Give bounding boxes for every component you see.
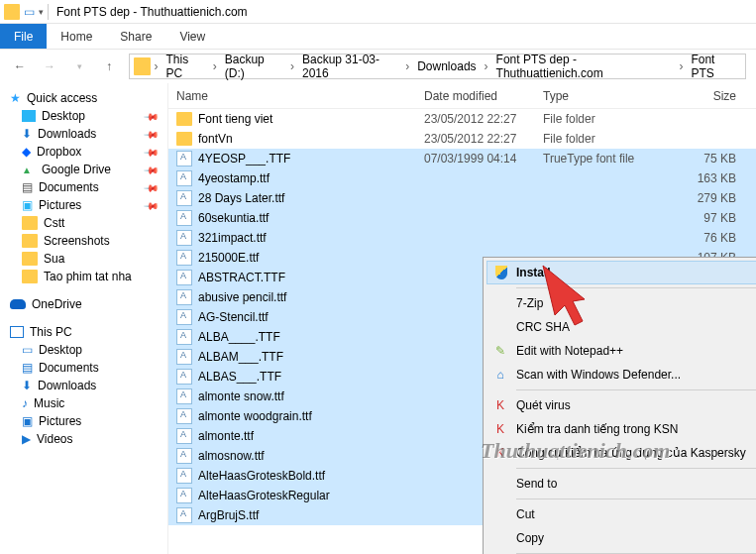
chevron-right-icon[interactable]: › <box>405 59 409 73</box>
ctx-cut-label: Cut <box>516 507 535 521</box>
bc-seg[interactable]: Font PTS dep - Thuthuattienich.com <box>492 53 676 80</box>
file-row[interactable]: 28 Days Later.ttf279 KB <box>168 188 756 208</box>
tab-share[interactable]: Share <box>106 24 165 49</box>
col-size[interactable]: Size <box>657 89 756 103</box>
file-row[interactable]: 60sekuntia.ttf97 KB <box>168 208 756 228</box>
chevron-right-icon[interactable]: › <box>679 59 683 73</box>
ctx-7zip[interactable]: 7-Zip 〉 <box>486 291 756 315</box>
font-file-icon <box>176 369 192 385</box>
sidebar-item-label: Screenshots <box>44 234 110 248</box>
recent-dropdown[interactable]: ▾ <box>69 56 89 76</box>
kaspersky-icon: K <box>492 421 508 437</box>
sidebar-item-label: Google Drive <box>42 163 111 176</box>
ctx-notepadpp[interactable]: ✎ Edit with Notepad++ <box>486 339 756 363</box>
sidebar-item[interactable]: ♪Music <box>4 394 163 412</box>
up-button[interactable]: ↑ <box>99 56 119 76</box>
sidebar-item[interactable]: Tao phim tat nha <box>4 268 163 285</box>
ctx-install[interactable]: Install <box>486 261 756 284</box>
sidebar-quick-access[interactable]: ★ Quick access <box>4 89 163 107</box>
sidebar-item-label: Downloads <box>38 127 96 141</box>
file-name: ALBAS___.TTF <box>198 370 281 384</box>
pc-icon <box>10 326 24 338</box>
pictures-icon: ▣ <box>22 198 33 212</box>
file-pane: Name Date modified Type Size Font tieng … <box>168 83 756 554</box>
chevron-right-icon[interactable]: › <box>290 59 294 73</box>
file-name: fontVn <box>198 132 233 146</box>
sidebar-item[interactable]: Desktop📌 <box>4 107 163 125</box>
pin-icon: 📌 <box>144 162 160 177</box>
breadcrumb[interactable]: › This PC › Backup (D:) › Backup 31-03-2… <box>129 54 746 79</box>
bc-seg[interactable]: Font PTS <box>687 53 741 80</box>
file-type: TrueType font file <box>543 152 657 166</box>
sidebar-item[interactable]: Google Drive📌 <box>4 161 163 178</box>
file-row[interactable]: 321impact.ttf76 KB <box>168 228 756 248</box>
folder-icon <box>22 216 38 230</box>
forward-button[interactable]: → <box>40 56 59 76</box>
qat-dropdown-icon[interactable]: ▾ <box>39 7 44 17</box>
file-size: 163 KB <box>657 171 756 185</box>
file-name: AlteHaasGroteskRegular <box>198 489 330 502</box>
window-title: Font PTS dep - Thuthuattienich.com <box>56 5 248 19</box>
sidebar-item[interactable]: ◆Dropbox📌 <box>4 143 163 161</box>
tab-view[interactable]: View <box>165 24 219 49</box>
file-name: almosnow.ttf <box>198 449 265 463</box>
sidebar-item-label: Downloads <box>38 379 96 392</box>
sidebar-item[interactable]: ▤Documents📌 <box>4 178 163 196</box>
sidebar-item[interactable]: ▤Documents <box>4 359 163 377</box>
sidebar-onedrive[interactable]: OneDrive <box>4 295 163 313</box>
font-file-icon <box>176 488 192 503</box>
sidebar-item[interactable]: ▣Pictures📌 <box>4 196 163 214</box>
context-menu: Install 7-Zip 〉 CRC SHA 〉 ✎ Edit with No… <box>483 257 756 554</box>
ctx-quet-virus[interactable]: K Quét virus <box>486 393 756 417</box>
bc-seg[interactable]: Backup 31-03-2016 <box>298 53 401 80</box>
chevron-right-icon[interactable]: › <box>213 59 217 73</box>
ctx-copy[interactable]: Copy <box>486 526 756 550</box>
ctx-crc[interactable]: CRC SHA 〉 <box>486 315 756 339</box>
ctx-cut[interactable]: Cut <box>486 502 756 526</box>
ctx-copy-label: Copy <box>516 531 544 545</box>
sidebar-item[interactable]: ▭Desktop <box>4 341 163 359</box>
sidebar-item[interactable]: ▣Pictures <box>4 412 163 430</box>
font-file-icon <box>176 309 192 325</box>
ctx-ksn[interactable]: K Kiểm tra danh tiếng trong KSN <box>486 417 756 441</box>
file-name: almonte snow.ttf <box>198 389 284 403</box>
ctx-defender[interactable]: ⌂ Scan with Windows Defender... <box>486 363 756 387</box>
sidebar-item[interactable]: ▶Videos <box>4 430 163 448</box>
file-row[interactable]: 4yeostamp.ttf163 KB <box>168 168 756 188</box>
col-date[interactable]: Date modified <box>424 89 543 103</box>
back-button[interactable]: ← <box>10 56 30 76</box>
file-row[interactable]: Font tieng viet23/05/2012 22:27File fold… <box>168 109 756 129</box>
file-row[interactable]: 4YEOSP___.TTF07/03/1999 04:14TrueType fo… <box>168 149 756 168</box>
tab-home[interactable]: Home <box>47 24 106 49</box>
file-row[interactable]: fontVn23/05/2012 22:27File folder <box>168 129 756 149</box>
bc-seg[interactable]: Backup (D:) <box>221 53 286 80</box>
separator <box>516 389 756 390</box>
tab-file[interactable]: File <box>0 24 47 49</box>
title-bar: ▭ ▾ Font PTS dep - Thuthuattienich.com <box>0 0 756 24</box>
sidebar-item[interactable]: Screenshots <box>4 232 163 250</box>
font-file-icon <box>176 210 192 226</box>
font-file-icon <box>176 507 192 523</box>
chevron-right-icon[interactable]: › <box>485 59 488 73</box>
onedrive-label: OneDrive <box>32 297 82 311</box>
bc-seg[interactable]: Downloads <box>413 59 480 73</box>
col-name[interactable]: Name <box>176 89 424 103</box>
folder-icon <box>176 132 192 146</box>
ribbon-tabs: File Home Share View <box>0 24 756 50</box>
folder-app-icon <box>4 4 20 20</box>
chevron-right-icon[interactable]: › <box>155 59 159 73</box>
sidebar-item[interactable]: ⬇Downloads <box>4 377 163 394</box>
sidebar-thispc[interactable]: This PC <box>4 323 163 341</box>
col-type[interactable]: Type <box>543 89 657 103</box>
qat-props-icon[interactable]: ▭ <box>24 5 35 19</box>
bc-seg[interactable]: This PC <box>162 53 209 80</box>
sidebar-item[interactable]: Cstt <box>4 214 163 232</box>
sidebar-item[interactable]: Sua <box>4 250 163 268</box>
ctx-send-to[interactable]: Send to 〉 <box>486 472 756 496</box>
ctx-kaspersky[interactable]: K Công cụ kiểm tra ứng dụng của Kaspersk… <box>486 441 756 465</box>
gdrive-icon <box>22 163 36 176</box>
file-size: 76 KB <box>657 231 756 245</box>
separator <box>48 4 49 20</box>
file-size: 75 KB <box>657 152 756 166</box>
sidebar-item[interactable]: ⬇Downloads📌 <box>4 125 163 143</box>
